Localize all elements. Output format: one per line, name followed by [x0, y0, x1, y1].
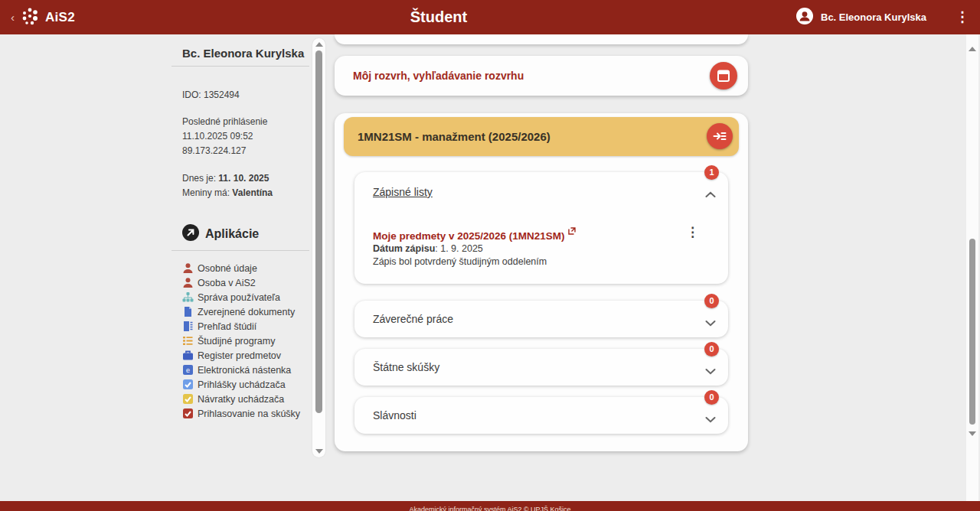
- accordion-title[interactable]: Zápisné listy: [373, 186, 433, 198]
- chevron-up-icon[interactable]: [705, 187, 716, 201]
- sidebar-item-osoba-v-ais2[interactable]: Osoba v AiS2: [182, 276, 309, 291]
- sidebar-item-osobne-udaje[interactable]: Osobné údaje: [182, 262, 309, 276]
- page-title: Študent: [410, 0, 467, 34]
- enter-list-icon: [713, 129, 727, 143]
- today-line: Dnes je: 11. 10. 2025: [182, 171, 309, 186]
- scroll-up-arrow-icon[interactable]: [969, 47, 976, 51]
- nameday-name: Valentína: [232, 187, 273, 198]
- sidebar-item-prihlasovanie-na-skusky[interactable]: Prihlasovanie na skúšky: [182, 407, 309, 421]
- sidebar-item-elektronicka-nastenka[interactable]: eElektronická nástenka: [182, 363, 309, 378]
- scroll-down-arrow-icon[interactable]: [315, 449, 323, 454]
- person-icon: [182, 277, 194, 288]
- checkbox-icon: [182, 379, 194, 390]
- logo-chevron-icon: ‹: [11, 0, 15, 34]
- sidebar-item-prihlasky-uchadzaca[interactable]: Prihlášky uchádzača: [182, 378, 309, 392]
- count-badge: 1: [704, 165, 719, 180]
- main-content: Môj rozvrh, vyhľadávanie rozvrhu 1MN21SM…: [335, 34, 748, 463]
- sidebar: Bc. Eleonora Kurylska IDO: 1352494 Posle…: [172, 34, 309, 457]
- app-footer: Akademický informačný systém AiS2 © UPJŠ…: [0, 501, 980, 511]
- checkbox-icon: [182, 393, 194, 405]
- today-block: Dnes je: 11. 10. 2025 Meniny má: Valentí…: [182, 171, 309, 200]
- clipped-card-top: [335, 34, 748, 44]
- applications-list: Osobné údaje Osoba v AiS2 Správa používa…: [182, 262, 309, 421]
- page-scrollbar-thumb[interactable]: [969, 239, 975, 425]
- count-badge: 0: [704, 294, 719, 308]
- chevron-down-icon[interactable]: [705, 412, 716, 426]
- arrow-up-right-circle-icon: [182, 224, 199, 244]
- briefcase-icon: [182, 350, 194, 361]
- scroll-up-arrow-icon[interactable]: [315, 42, 323, 47]
- accordion-title[interactable]: Slávnosti: [373, 397, 416, 434]
- divider: [172, 66, 309, 67]
- footer-text: Akademický informačný systém AiS2 © UPJŠ…: [409, 506, 570, 511]
- ais2-logo[interactable]: ‹ AiS2: [11, 0, 75, 34]
- calendar-icon: [716, 68, 731, 83]
- my-subjects-link[interactable]: Moje predmety v 2025/2026 (1MN21SM): [373, 230, 565, 242]
- enrollment-date-line: Dátum zápisu: 1. 9. 2025: [373, 242, 576, 255]
- scroll-down-arrow-icon[interactable]: [969, 431, 976, 436]
- kebab-menu-icon[interactable]: ⋮: [686, 226, 699, 239]
- page-scrollbar[interactable]: [966, 34, 978, 501]
- sidebar-scrollbar-thumb[interactable]: [315, 50, 322, 413]
- svg-text:e: e: [186, 366, 190, 374]
- accordion-slavnosti: 0 Slávnosti: [354, 397, 728, 434]
- checkbox-icon: [182, 408, 194, 419]
- accordion-zapisne-listy: 1 Zápisné listy Moje predmety v 2025/202…: [354, 172, 728, 284]
- open-schedule-button[interactable]: [710, 62, 737, 90]
- study-banner: 1MN21SM - manažment (2025/2026): [344, 117, 739, 156]
- schedule-card[interactable]: Môj rozvrh, vyhľadávanie rozvrhu: [335, 56, 748, 96]
- sidebar-item-zverejnene-dokumenty[interactable]: Zverejnené dokumenty: [182, 305, 309, 320]
- header-user-name: Bc. Eleonora Kurylska: [821, 11, 926, 23]
- sidebar-item-navratky-uchadzaca[interactable]: Návratky uchádzača: [182, 392, 309, 407]
- external-link-icon: [568, 224, 576, 238]
- applications-title: Aplikácie: [205, 227, 259, 241]
- hierarchy-icon: [182, 291, 194, 303]
- user-menu[interactable]: Bc. Eleonora Kurylska ⋮: [796, 0, 969, 34]
- count-badge: 0: [704, 390, 719, 405]
- kebab-menu-icon[interactable]: ⋮: [956, 0, 969, 34]
- study-panel: 1MN21SM - manažment (2025/2026) 1 Zápisn…: [335, 113, 748, 451]
- user-avatar-icon: [796, 8, 813, 28]
- accordion-title[interactable]: Záverečné práce: [373, 301, 453, 337]
- sidebar-user-name: Bc. Eleonora Kurylska: [182, 47, 309, 60]
- applications-header: Aplikácie: [182, 224, 309, 244]
- app-root: ‹ AiS2 Študent Bc. Eleonora Kurylska ⋮: [0, 0, 980, 511]
- enrollment-status: Zápis bol potvrdený študijným oddelením: [373, 255, 576, 269]
- document-list-icon: [182, 321, 194, 332]
- app-header: ‹ AiS2 Študent Bc. Eleonora Kurylska ⋮: [0, 0, 980, 34]
- sidebar-item-prehlad-studii[interactable]: Prehľad štúdií: [182, 320, 309, 334]
- last-login-ip: 89.173.224.127: [182, 144, 309, 158]
- chevron-down-icon[interactable]: [705, 316, 716, 330]
- logo-text: AiS2: [45, 10, 75, 25]
- person-icon: [182, 262, 194, 274]
- sidebar-item-sprava-pouzivatela[interactable]: Správa používateľa: [182, 291, 309, 305]
- chevron-down-icon[interactable]: [705, 364, 716, 378]
- enter-study-button[interactable]: [707, 123, 733, 149]
- enrollment-entry: Moje predmety v 2025/2026 (1MN21SM) Dátu…: [373, 224, 576, 269]
- nameday-line: Meniny má: Valentína: [182, 186, 309, 200]
- study-title: 1MN21SM - manažment (2025/2026): [358, 117, 550, 156]
- accordion-title[interactable]: Štátne skúšky: [373, 349, 439, 386]
- last-login-block: Posledné prihlásenie 11.10.2025 09:52 89…: [182, 115, 309, 158]
- sidebar-item-register-predmetov[interactable]: Register predmetov: [182, 349, 309, 363]
- count-badge: 0: [704, 342, 719, 356]
- board-e-icon: e: [182, 364, 194, 376]
- today-date: 11. 10. 2025: [218, 173, 269, 184]
- list-icon: [182, 335, 194, 347]
- schedule-card-label: Môj rozvrh, vyhľadávanie rozvrhu: [353, 56, 524, 96]
- accordion-zaverecne-prace: 0 Záverečné práce: [354, 301, 728, 337]
- accordion-statne-skusky: 0 Štátne skúšky: [354, 349, 728, 386]
- document-icon: [182, 306, 194, 317]
- logo-dots-icon: [20, 6, 40, 29]
- sidebar-item-studijne-programy[interactable]: Študijné programy: [182, 334, 309, 349]
- last-login-label: Posledné prihlásenie: [182, 115, 309, 129]
- sidebar-scrollbar[interactable]: [312, 38, 325, 457]
- user-ido: IDO: 1352494: [182, 88, 309, 103]
- divider: [172, 250, 309, 251]
- last-login-datetime: 11.10.2025 09:52: [182, 129, 309, 144]
